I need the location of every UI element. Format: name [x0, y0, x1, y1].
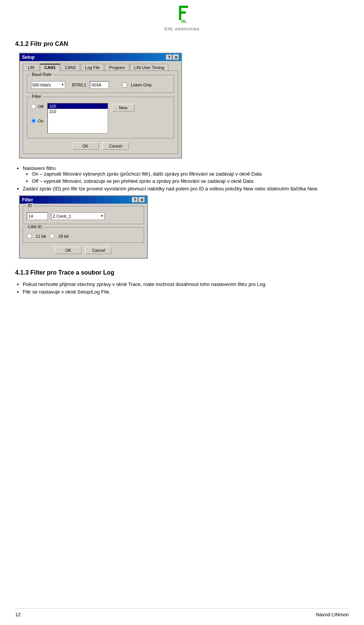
footer-page-number: 12 — [15, 612, 20, 617]
section-heading-1: 4.1.2 Filtr pro CAN — [15, 41, 349, 47]
close-button[interactable]: ✕ — [173, 55, 179, 60]
radio-off-label: Off — [38, 104, 43, 109]
setup-cancel-button[interactable]: Cancel — [102, 142, 129, 150]
body2-bullet1: Pokud nechcete přijímat všechny zprávy v… — [23, 281, 349, 287]
setup-button-row: OK Cancel — [27, 142, 174, 150]
logo-area: HL EHL elektronika — [0, 0, 364, 33]
radio-11bit-label: 11 bit — [36, 234, 46, 239]
baud-rate-select[interactable]: 500 Kbit/s — [31, 82, 52, 88]
setup-titlebar: Setup ? ✕ — [20, 53, 181, 61]
id-legend: ID — [26, 203, 33, 208]
tab-lin-user-timing[interactable]: LIN-User Timing — [130, 64, 168, 71]
sub-item-off: Off – vypnuté filtrování, zobrazuje se j… — [32, 178, 349, 184]
filter-close-button[interactable]: ✕ — [139, 197, 145, 203]
company-name: EHL elektronika — [0, 27, 364, 31]
radio-off-row: Off — [31, 104, 44, 109]
id-row: Z Centr_1 — [27, 212, 140, 220]
filter-group: Filter Off On — [27, 97, 174, 138]
radio-on-label: On — [38, 119, 44, 123]
can-id-group: CAN ID 11 bit 29 bit — [23, 227, 144, 243]
id-group: ID Z Centr_1 — [23, 206, 144, 224]
can-id-legend: CAN ID — [26, 225, 43, 229]
setup-dialog-content: LIN CAN1 CAN2 Log File Program LIN-User … — [20, 61, 181, 158]
id-dropdown-wrapper[interactable]: Z Centr_1 — [52, 212, 105, 220]
tab-content: Baud Rate 500 Kbit/s BTR0,1 Listen Only — [23, 71, 178, 154]
btr-label: BTR0,1 — [72, 83, 86, 87]
listen-only-label: Listen Only — [131, 83, 152, 87]
setup-title: Setup — [22, 55, 166, 60]
filter-listbox[interactable]: 100 210 — [47, 103, 108, 133]
radio-29bit-label: 29 bit — [58, 234, 69, 239]
radio-off[interactable] — [31, 104, 36, 109]
baud-rate-group: Baud Rate 500 Kbit/s BTR0,1 Listen Only — [27, 75, 174, 93]
svg-text:HL: HL — [181, 19, 187, 24]
setup-dialog: Setup ? ✕ LIN CAN1 CAN2 Log File Program… — [19, 53, 182, 159]
titlebar-buttons: ? ✕ — [166, 55, 179, 60]
filter-cancel-button[interactable]: Cancel — [85, 247, 112, 254]
new-button[interactable]: New — [112, 104, 135, 111]
body-bullets-1: Nastavení filtru On – zapnuté filtrování… — [23, 165, 349, 192]
setup-ok-button[interactable]: OK — [72, 142, 99, 150]
baud-rate-select-wrapper[interactable]: 500 Kbit/s — [31, 81, 65, 89]
filter-titlebar-buttons: ? ✕ — [132, 197, 145, 203]
radio-11bit[interactable] — [27, 234, 32, 239]
filter-titlebar: Filter ? ✕ — [20, 196, 147, 204]
ehl-logo-icon: HL — [171, 4, 193, 25]
radio-column: Off On — [31, 103, 44, 125]
bullet-item-1: Nastavení filtru On – zapnuté filtrování… — [23, 165, 349, 184]
sub-item-on: On – zapnuté filtrování vybraných zpráv … — [32, 171, 349, 177]
listen-only-checkbox[interactable] — [122, 83, 127, 88]
sub-list-1: On – zapnuté filtrování vybraných zpráv … — [32, 171, 349, 184]
body-bullets-2: Pokud nechcete přijímat všechny zprávy v… — [23, 281, 349, 295]
baud-rate-legend: Baud Rate — [30, 72, 53, 77]
filter-dialog-content: ID Z Centr_1 CAN ID 11 bit 29 — [20, 204, 147, 258]
filter-item-210[interactable]: 210 — [48, 109, 108, 114]
tab-can2[interactable]: CAN2 — [61, 64, 80, 71]
tab-strip: LIN CAN1 CAN2 Log File Program LIN-User … — [23, 63, 178, 71]
tab-lin[interactable]: LIN — [23, 64, 39, 71]
filter-help-button[interactable]: ? — [132, 197, 138, 203]
radio-on-row: On — [31, 118, 44, 123]
filter-dialog: Filter ? ✕ ID Z Centr_1 — [19, 195, 148, 259]
section-heading-2: 4.1.3 Filter pro Trace a soubor Log — [15, 269, 349, 276]
id-dropdown[interactable]: Z Centr_1 — [52, 213, 72, 220]
svg-rect-2 — [179, 11, 186, 14]
id-input[interactable] — [27, 212, 48, 220]
body2-bullet2: Filtr se nastavuje v okně Setup/Log File… — [23, 289, 349, 295]
tab-can1[interactable]: CAN1 — [40, 64, 60, 71]
filter-ok-button[interactable]: OK — [55, 247, 82, 254]
can-id-row: 11 bit 29 bit — [27, 234, 140, 239]
footer-nav-label: Návod LINmon — [316, 612, 349, 617]
filter-title: Filter — [22, 197, 132, 203]
new-button-col: New — [112, 103, 135, 111]
bullet-item-2: Zadání zpráv (ID) pro filtr lze provést … — [23, 186, 349, 192]
radio-29bit[interactable] — [50, 234, 55, 239]
tab-program[interactable]: Program — [105, 64, 129, 71]
tab-logfile[interactable]: Log File — [81, 64, 104, 71]
page-footer: 12 Návod LINmon — [15, 608, 349, 617]
filter-content-row: Off On 100 210 — [31, 103, 170, 133]
filter-button-row: OK Cancel — [23, 247, 144, 254]
btr-input[interactable] — [90, 81, 109, 89]
baud-rate-row: 500 Kbit/s BTR0,1 Listen Only — [31, 81, 170, 89]
help-button[interactable]: ? — [166, 55, 172, 60]
page-content: 4.1.2 Filtr pro CAN Setup ? ✕ LIN CAN1 C… — [0, 33, 364, 314]
filter-legend: Filter — [30, 94, 42, 99]
radio-on[interactable] — [31, 118, 36, 123]
bullet1-text: Nastavení filtru — [23, 165, 56, 171]
filter-item-100[interactable]: 100 — [48, 104, 108, 109]
svg-rect-1 — [179, 6, 188, 8]
